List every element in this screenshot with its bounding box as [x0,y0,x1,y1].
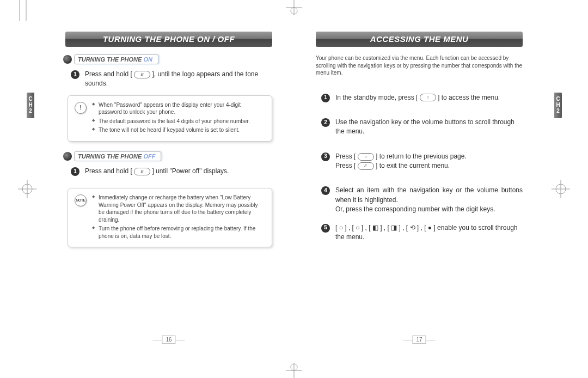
step-number-icon: 5 [321,224,330,233]
note-item: The default password is the last 4 digit… [92,118,265,125]
on-note-list: When "Password" appears on the display e… [92,101,265,136]
menu-step-2: 2 Use the navigation key or the volume b… [321,118,523,137]
menu-step-3: 3 Press [ ○ ] to return to the previous … [321,152,523,171]
step-number-icon: 1 [71,70,79,79]
svg-point-6 [22,184,32,194]
off-note-box: NOTE Immediately change or recharge the … [68,188,272,247]
menu-step-2-text: Use the navigation key or the volume but… [335,118,523,137]
note-item: When "Password" appears on the display e… [92,101,265,116]
svg-point-9 [556,184,566,194]
page-left: TURNING THE PHONE ON / OFF TURNING THE P… [44,22,294,345]
menu-step-4-text: Select an item with the navigation key o… [335,186,523,214]
off-step-1-text: Press and hold [ E ] until "Power off" d… [85,167,272,176]
page-right: ACCESSING THE MENU Your phone can be cus… [294,22,544,345]
subhead-on: TURNING THE PHONE ON [63,54,272,64]
header-right: ACCESSING THE MENU [316,32,523,47]
ok-key-icon: ○ [420,94,436,101]
subhead-off: TURNING THE PHONE OFF [63,151,272,161]
step-number-icon: 1 [71,167,79,176]
chapter-tab-text: C H 2 [556,96,560,114]
subhead-bullet-icon [63,152,72,161]
chapter-tab-text: C H 2 [28,96,32,114]
page-number-right: 17 [412,336,426,344]
chapter-tab-right: C H 2 [554,93,562,118]
end-key-icon: E [358,162,374,170]
off-note-list: Immediately change or recharge the batte… [92,194,265,241]
on-step-1: 1 Press and hold [ E ], until the logo a… [71,70,272,89]
menu-step-1-text: In the standby mode, press [ ○ ] to acce… [335,93,523,102]
subhead-on-accent: ON [143,56,152,63]
menu-step-4: 4 Select an item with the navigation key… [321,186,523,214]
on-step-1-text: Press and hold [ E ], until the logo app… [85,70,272,89]
page-spread: TURNING THE PHONE ON / OFF TURNING THE P… [44,22,544,345]
info-icon: ! [75,102,87,114]
menu-step-3-text: Press [ ○ ] to return to the previous pa… [335,152,523,171]
svg-point-5 [291,364,297,370]
menu-step-5-text: [ ○ ] , [ ○ ] , [ ◧ ] , [ ◨ ] , [ ⟲ ] , … [335,223,523,242]
header-left: TURNING THE PHONE ON / OFF [65,32,272,47]
note-item: Turn the phone off before removing or re… [92,225,265,240]
intro-text: Your phone can be customized via the men… [316,54,523,77]
page-number-left: 16 [162,336,175,344]
menu-step-5: 5 [ ○ ] , [ ○ ] , [ ◧ ] , [ ◨ ] , [ ⟲ ] … [321,223,523,242]
chapter-tab-left: C H 2 [27,93,34,118]
subhead-off-label: TURNING THE PHONE OFF [74,151,161,161]
subhead-off-accent: OFF [143,153,155,160]
off-step-1: 1 Press and hold [ E ] until "Power off"… [71,167,272,176]
subhead-on-label: TURNING THE PHONE ON [74,54,158,64]
end-key-icon: E [134,71,150,78]
on-note-box: ! When "Password" appears on the display… [68,95,272,142]
step-number-icon: 3 [321,153,330,161]
menu-step-1: 1 In the standby mode, press [ ○ ] to ac… [321,93,523,102]
step-number-icon: 1 [321,94,330,102]
subhead-on-main: TURNING THE PHONE [78,56,143,63]
step-number-icon: 4 [321,186,330,195]
note-item: Immediately change or recharge the batte… [92,194,265,223]
end-key-icon: E [134,168,150,175]
note-item: The tone will not be heard if keypad vol… [92,126,265,134]
subhead-off-main: TURNING THE PHONE [78,153,143,160]
step-number-icon: 2 [321,118,330,127]
note-icon: NOTE [75,194,87,206]
back-key-icon: ○ [358,153,374,161]
svg-point-2 [291,8,297,14]
subhead-bullet-icon [63,55,72,64]
